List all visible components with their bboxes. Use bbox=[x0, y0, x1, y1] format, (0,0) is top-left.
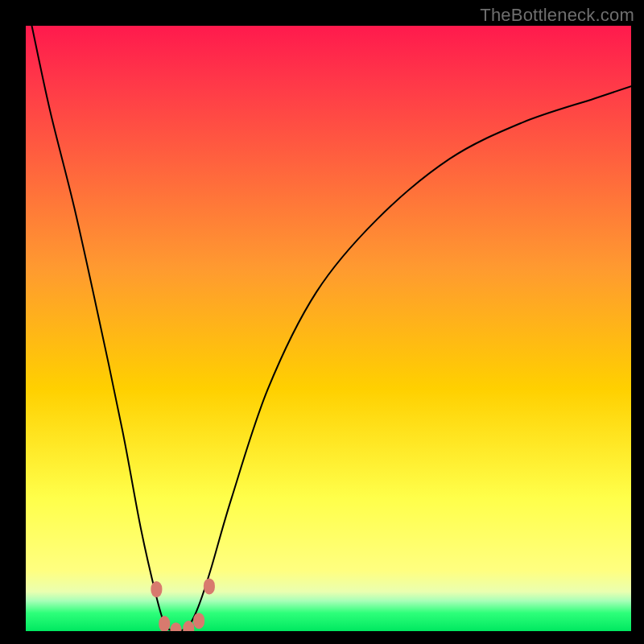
curve-markers bbox=[151, 578, 215, 631]
curve-svg bbox=[26, 26, 631, 631]
curve-marker bbox=[171, 622, 182, 631]
curve-marker bbox=[183, 621, 194, 631]
curve-marker bbox=[204, 578, 215, 594]
curve-marker bbox=[193, 613, 204, 629]
mismatch-curve bbox=[32, 26, 632, 631]
curve-marker bbox=[159, 616, 170, 631]
chart-frame: TheBottleneck.com bbox=[0, 0, 644, 644]
curve-marker bbox=[151, 581, 162, 597]
watermark-text: TheBottleneck.com bbox=[480, 5, 634, 26]
plot-area bbox=[26, 26, 631, 631]
